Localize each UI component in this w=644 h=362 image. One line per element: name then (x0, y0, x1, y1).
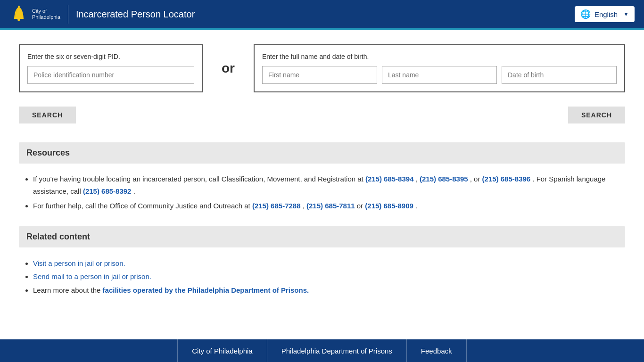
globe-icon: 🌐 (580, 9, 591, 19)
name-label: Enter the full name and date of birth. (262, 53, 617, 60)
language-selector[interactable]: 🌐 English ▼ (575, 6, 635, 22)
header-left: City of Philadelphia Incarcerated Person… (9, 5, 195, 24)
footer-link-feedback[interactable]: Feedback (407, 339, 467, 362)
search-section: Enter the six or seven-digit PID. or Ent… (19, 44, 625, 92)
resource-sep-1: , (416, 175, 420, 183)
phone-link-7811[interactable]: (215) 685-7811 (306, 202, 355, 210)
search-buttons: SEARCH SEARCH (19, 107, 625, 123)
search-button-left[interactable]: SEARCH (19, 107, 76, 123)
phone-link-8396[interactable]: (215) 685-8396 (482, 175, 531, 183)
language-label: English (594, 10, 618, 18)
pid-label: Enter the six or seven-digit PID. (27, 53, 194, 60)
pid-box: Enter the six or seven-digit PID. (19, 44, 203, 92)
related-item-3: Learn more about the facilities operated… (33, 284, 625, 297)
city-of-label: City of (32, 8, 60, 14)
resource-item-1: If you're having trouble locating an inc… (33, 173, 625, 197)
resource-sep-4: or (357, 202, 365, 210)
resource-list: If you're having trouble locating an inc… (19, 173, 625, 212)
dob-input[interactable] (502, 66, 617, 84)
footer: City of Philadelphia Philadelphia Depart… (0, 339, 644, 362)
resource-text-2b: . (415, 202, 417, 210)
facilities-link[interactable]: facilities operated by the Philadelphia … (103, 286, 309, 294)
resource-text-1a: If you're having trouble locating an inc… (33, 175, 365, 183)
resource-text-1c: . (133, 187, 135, 195)
resource-text-2a: For further help, call the Office of Com… (33, 202, 252, 210)
footer-link-city[interactable]: City of Philadelphia (177, 339, 267, 362)
name-box: Enter the full name and date of birth. (254, 44, 625, 92)
philadelphia-label: Philadelphia (32, 14, 60, 20)
visit-jail-link[interactable]: Visit a person in jail or prison. (33, 259, 125, 267)
svg-rect-1 (18, 6, 20, 7)
resources-section: Resources If you're having trouble locat… (19, 142, 625, 212)
resource-item-2: For further help, call the Office of Com… (33, 200, 625, 212)
footer-link-prisons[interactable]: Philadelphia Department of Prisons (267, 339, 407, 362)
phone-link-8395[interactable]: (215) 685-8395 (420, 175, 468, 183)
svg-rect-0 (17, 19, 20, 21)
name-inputs (262, 66, 617, 84)
philly-bell-icon (9, 5, 28, 24)
search-button-right[interactable]: SEARCH (568, 107, 625, 123)
resource-sep-2: , or (470, 175, 482, 183)
send-mail-link[interactable]: Send mail to a person in jail or prison. (33, 272, 151, 280)
last-name-input[interactable] (382, 66, 497, 84)
pid-input[interactable] (27, 66, 194, 84)
logo-area[interactable]: City of Philadelphia (9, 5, 60, 24)
chevron-down-icon: ▼ (623, 11, 629, 17)
phone-link-8909[interactable]: (215) 685-8909 (365, 202, 413, 210)
header-divider (68, 5, 68, 24)
related-item-1: Visit a person in jail or prison. (33, 257, 625, 271)
phone-link-8394[interactable]: (215) 685-8394 (365, 175, 414, 183)
related-item-2: Send mail to a person in jail or prison. (33, 270, 625, 284)
phone-link-7288[interactable]: (215) 685-7288 (252, 202, 301, 210)
main-content: Enter the six or seven-digit PID. or Ent… (0, 30, 644, 339)
related-list: Visit a person in jail or prison. Send m… (19, 257, 625, 297)
related-header: Related content (19, 226, 625, 247)
page-title: Incarcerated Person Locator (76, 9, 195, 20)
related-section: Related content Visit a person in jail o… (19, 226, 625, 297)
first-name-input[interactable] (262, 66, 377, 84)
resource-sep-3: , (303, 202, 306, 210)
or-divider: or (203, 47, 254, 90)
footer-nav: City of Philadelphia Philadelphia Depart… (177, 339, 466, 362)
logo-text: City of Philadelphia (32, 8, 60, 20)
resources-header: Resources (19, 142, 625, 164)
phone-link-8392[interactable]: (215) 685-8392 (83, 187, 132, 195)
related-text-3a: Learn more about the (33, 286, 103, 294)
header: City of Philadelphia Incarcerated Person… (0, 0, 644, 30)
